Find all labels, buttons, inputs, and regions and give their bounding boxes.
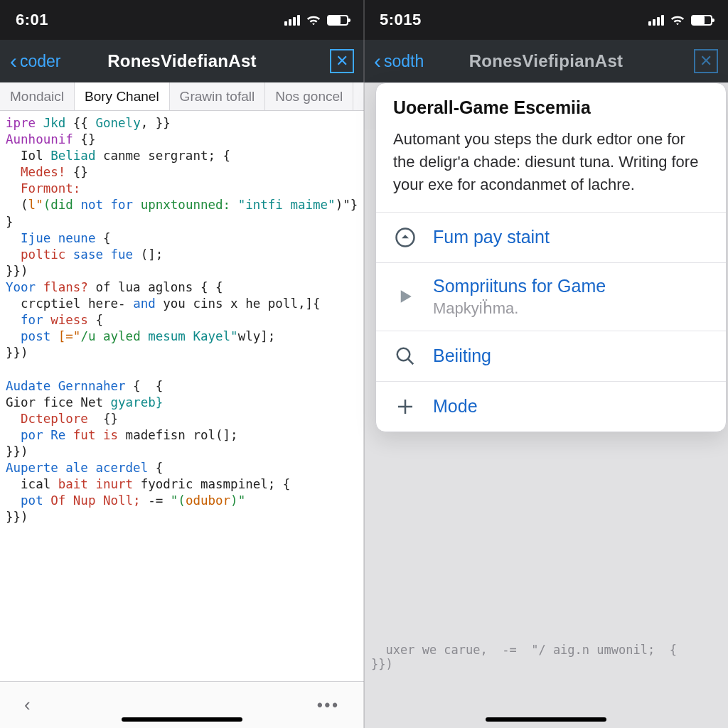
tab-strip: Mondaicl Bory Chanel Grawin tofall Nos g… <box>0 82 364 111</box>
status-indicators <box>284 14 348 26</box>
play-icon <box>393 284 417 309</box>
sheet-item-0[interactable]: Fum pay staint <box>376 212 726 262</box>
search-icon <box>393 344 417 368</box>
home-indicator[interactable] <box>486 717 606 722</box>
wifi-icon <box>670 14 685 26</box>
sheet-item-label: Beiiting <box>433 346 491 366</box>
sheet-title: Uoerall-Game Escemiia <box>393 97 709 118</box>
cellular-icon <box>648 15 664 26</box>
tab-1[interactable]: Bory Chanel <box>75 82 170 110</box>
nav-bar: ‹ coder RonesVidefianAst ✕ <box>0 40 364 82</box>
tab-2[interactable]: Grawin tofall <box>170 82 266 110</box>
battery-icon <box>327 15 348 26</box>
chevron-left-icon: ‹ <box>374 50 381 72</box>
svg-line-2 <box>408 358 414 364</box>
close-button[interactable]: ✕ <box>330 49 354 73</box>
tab-3[interactable]: Nos goncel <box>265 82 353 110</box>
home-indicator[interactable] <box>122 717 242 722</box>
close-icon: ✕ <box>336 52 348 70</box>
sheet-item-2[interactable]: Beiiting <box>376 331 726 381</box>
sheet-item-label: Fum pay staint <box>433 227 550 247</box>
status-time: 5:015 <box>380 11 422 29</box>
sheet-item-label: Mode <box>433 396 478 417</box>
battery-icon <box>691 15 712 26</box>
back-button[interactable]: ‹ sodth <box>374 50 424 72</box>
sheet-description: Automant you steps the durk edtor one fo… <box>393 128 709 196</box>
sheet-item-sublabel: Mapkyiḧma. <box>433 299 606 318</box>
back-label: coder <box>20 52 61 71</box>
nav-bar: ‹ sodth RonesViefipianAst ✕ <box>364 40 728 82</box>
back-label: sodth <box>384 52 424 71</box>
sheet-item-1[interactable]: Sompriituns for Game Mapkyiḧma. <box>376 262 726 331</box>
close-button[interactable]: ✕ <box>694 49 718 73</box>
status-bar: 6:01 <box>0 0 364 40</box>
code-editor[interactable]: ipre Jkd {{ Gonely, }} Aunhounif {} Iol … <box>0 111 364 681</box>
tab-0[interactable]: Mondaicl <box>0 82 75 110</box>
close-icon: ✕ <box>700 52 712 70</box>
action-sheet: Uoerall-Game Escemiia Automant you steps… <box>375 82 727 432</box>
sheet-item-3[interactable]: Mode <box>376 381 726 432</box>
plus-icon <box>393 395 417 419</box>
svg-point-1 <box>397 348 410 360</box>
wifi-icon <box>306 14 321 26</box>
cellular-icon <box>284 15 300 26</box>
dimmed-code: uxer we carue, -= "/ aig.n umwonil; { }}… <box>371 643 721 671</box>
sheet-item-label: Sompriituns for Game <box>433 276 606 296</box>
status-time: 6:01 <box>16 11 48 29</box>
pane-divider <box>363 0 365 728</box>
toolbar-more-button[interactable]: ••• <box>317 696 340 714</box>
left-pane: 6:01 ‹ coder RonesVidefianAst ✕ Mondaicl… <box>0 0 364 728</box>
back-button[interactable]: ‹ coder <box>10 50 61 72</box>
toolbar-back-button[interactable]: ‹ <box>24 694 31 716</box>
chevron-left-icon: ‹ <box>10 50 17 72</box>
status-indicators <box>648 14 712 26</box>
right-pane: 5:015 ‹ sodth RonesViefipianAst ✕ uxer w… <box>364 0 728 728</box>
status-bar: 5:015 <box>364 0 728 40</box>
circle-up-icon <box>393 225 417 250</box>
